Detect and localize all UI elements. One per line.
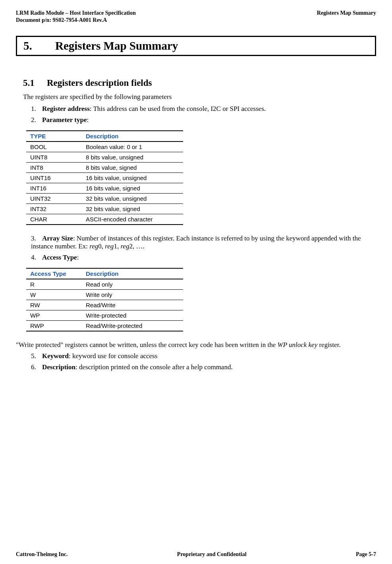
col-header-description: Description [82,268,183,279]
cell: 8 bits value, signed [82,163,183,173]
table-row: RRead only [26,279,183,290]
access-table: Access Type Description RRead only WWrit… [26,268,183,331]
parameter-list-end: 5.Keyword: keyword use for console acces… [23,352,369,371]
item-label: Register address [42,105,90,112]
list-item: 5.Keyword: keyword use for console acces… [31,352,369,360]
item-text: : [77,254,79,261]
item-label: Access Type [42,254,77,261]
cell: 32 bits value, signed [82,204,183,214]
footer-left: Cattron-Theimeg Inc. [16,551,68,558]
table-row: BOOLBoolean value: 0 or 1 [26,141,183,152]
note-text: "Write protected" registers cannot be wr… [16,341,277,349]
cell: R [26,279,82,290]
table-header-row: Access Type Description [26,268,183,279]
page-header: LRM Radio Module – Host Interface Specif… [16,10,376,24]
header-left: LRM Radio Module – Host Interface Specif… [16,10,136,24]
table-row: RWPRead/Write-protected [26,321,183,331]
table-row: CHARASCII-encoded character [26,214,183,225]
item-text: : [87,116,89,124]
item-label: Description [42,363,75,371]
item-label: Parameter type [42,116,87,124]
cell: Read only [82,279,183,290]
cell: UINT8 [26,152,82,163]
list-item: 4.Access Type: [31,254,369,262]
cell: Read/Write-protected [82,321,183,331]
content-area-2: 5.Keyword: keyword use for console acces… [16,352,376,371]
col-header-description: Description [82,131,183,141]
list-item: 3.Array Size: Number of instances of thi… [31,235,369,250]
cell: INT32 [26,204,82,214]
table-row: UINT3232 bits value, unsigned [26,194,183,204]
cell: 8 bits value, unsigned [82,152,183,163]
note-register: WP unlock key [277,341,317,349]
footer-right: Page 5-7 [356,551,376,558]
item-number: 5. [31,352,42,360]
item-example: reg [89,242,98,250]
parameter-list-cont: 3.Array Size: Number of instances of thi… [23,235,369,262]
note-text: register. [317,341,341,349]
item-number: 4. [31,254,42,262]
chapter-text: Registers Map Summary [55,39,178,52]
item-number: 1. [31,105,42,113]
cell: 32 bits value, unsigned [82,194,183,204]
page-footer: Cattron-Theimeg Inc. Proprietary and Con… [16,551,376,558]
item-example: reg [120,242,129,250]
list-item: 1.Register address: This address can be … [31,105,369,113]
intro-paragraph: The registers are specified by the follo… [23,93,369,101]
item-number: 2. [31,116,42,124]
cell: BOOL [26,141,82,152]
section-number: 5.1 [23,78,47,88]
cell: CHAR [26,214,82,225]
cell: W [26,290,82,300]
item-text: : keyword use for console access [69,352,157,360]
section-text: Registers description fields [47,78,152,88]
doc-title-line2: Document p/n: 9S02-7954-A001 Rev.A [16,17,136,24]
cell: RWP [26,321,82,331]
col-header-access: Access Type [26,268,82,279]
table-row: INT3232 bits value, signed [26,204,183,214]
table-row: INT88 bits value, signed [26,163,183,173]
item-number: 6. [31,363,42,371]
cell: INT8 [26,163,82,173]
item-number: 3. [31,235,42,242]
cell: ASCII-encoded character [82,214,183,225]
item-text: 0, [98,242,105,250]
table-row: WWrite only [26,290,183,300]
item-label: Keyword [42,352,69,360]
table-header-row: TYPE Description [26,131,183,141]
cell: Boolean value: 0 or 1 [82,141,183,152]
cell: Write-protected [82,310,183,321]
list-item: 6.Description: description printed on th… [31,363,369,371]
cell: RW [26,300,82,310]
header-right: Registers Map Summary [317,10,376,24]
col-header-type: TYPE [26,131,82,141]
cell: UINT32 [26,194,82,204]
content-area: 5.1Registers description fields The regi… [16,78,376,331]
item-example: reg [105,242,114,250]
parameter-list: 1.Register address: This address can be … [23,105,369,124]
section-heading: 5.1Registers description fields [23,78,369,88]
chapter-number: 5. [23,39,55,52]
table-row: WPWrite-protected [26,310,183,321]
cell: WP [26,310,82,321]
cell: 16 bits value, unsigned [82,173,183,183]
type-table: TYPE Description BOOLBoolean value: 0 or… [26,130,183,225]
footer-center: Proprietary and Confidential [177,551,247,558]
doc-title-line1: LRM Radio Module – Host Interface Specif… [16,10,136,17]
wp-note: "Write protected" registers cannot be wr… [16,341,376,349]
item-text: 1, [114,242,120,250]
cell: 16 bits value, signed [82,183,183,194]
chapter-title: 5.Registers Map Summary [16,36,376,56]
cell: INT16 [26,183,82,194]
cell: UINT16 [26,173,82,183]
list-item: 2.Parameter type: [31,116,369,124]
item-text: : Number of instances of this register. … [31,235,361,250]
table-row: UINT1616 bits value, unsigned [26,173,183,183]
cell: Read/Write [82,300,183,310]
item-text: : description printed on the console aft… [75,363,233,371]
table-row: UINT88 bits value, unsigned [26,152,183,163]
table-row: INT1616 bits value, signed [26,183,183,194]
item-text: : This address can be used from the cons… [90,105,266,112]
cell: Write only [82,290,183,300]
table-row: RWRead/Write [26,300,183,310]
